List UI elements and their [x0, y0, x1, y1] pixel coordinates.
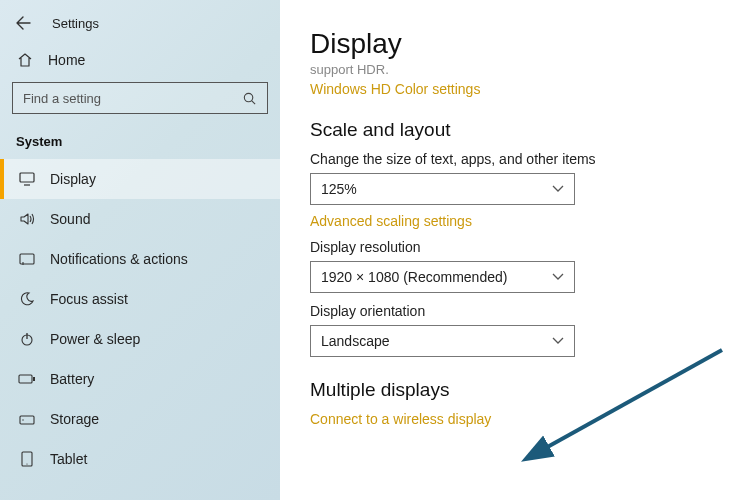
page-title: Display	[310, 28, 722, 60]
sidebar-item-power-sleep[interactable]: Power & sleep	[0, 319, 280, 359]
sidebar-item-battery[interactable]: Battery	[0, 359, 280, 399]
chevron-down-icon	[552, 185, 564, 193]
settings-app: Settings Home System Display Sound	[0, 0, 750, 500]
home-label: Home	[48, 52, 85, 68]
hd-color-link[interactable]: Windows HD Color settings	[310, 81, 722, 97]
annotation-arrow-icon	[512, 346, 732, 466]
orientation-select[interactable]: Landscape	[310, 325, 575, 357]
power-icon	[18, 331, 36, 347]
svg-rect-6	[20, 416, 34, 424]
notifications-icon	[18, 252, 36, 266]
scale-value: 125%	[321, 181, 357, 197]
search-input-container[interactable]	[12, 82, 268, 114]
svg-rect-5	[33, 377, 35, 381]
section-label-system: System	[0, 128, 280, 159]
sidebar-item-label: Storage	[50, 411, 99, 427]
sound-icon	[18, 212, 36, 226]
app-title: Settings	[52, 16, 99, 31]
scale-select[interactable]: 125%	[310, 173, 575, 205]
sidebar-item-sound[interactable]: Sound	[0, 199, 280, 239]
svg-point-7	[22, 419, 23, 420]
svg-rect-4	[19, 375, 32, 383]
sidebar-item-display[interactable]: Display	[0, 159, 280, 199]
home-button[interactable]: Home	[0, 42, 280, 78]
sidebar-item-storage[interactable]: Storage	[0, 399, 280, 439]
svg-rect-2	[20, 254, 34, 264]
svg-point-9	[26, 463, 27, 464]
orientation-label: Display orientation	[310, 303, 722, 319]
display-icon	[18, 172, 36, 186]
main-content: Display support HDR. Windows HD Color se…	[280, 0, 750, 500]
sidebar-item-label: Notifications & actions	[50, 251, 188, 267]
sidebar-item-label: Battery	[50, 371, 94, 387]
resolution-value: 1920 × 1080 (Recommended)	[321, 269, 507, 285]
search-icon	[242, 91, 257, 106]
sidebar-item-tablet[interactable]: Tablet	[0, 439, 280, 479]
resolution-select[interactable]: 1920 × 1080 (Recommended)	[310, 261, 575, 293]
sidebar-item-label: Power & sleep	[50, 331, 140, 347]
advanced-scaling-link[interactable]: Advanced scaling settings	[310, 213, 722, 229]
section-scale-layout: Scale and layout	[310, 119, 722, 141]
sidebar-item-label: Display	[50, 171, 96, 187]
search-input[interactable]	[23, 91, 242, 106]
home-icon	[16, 52, 34, 68]
topbar: Settings	[0, 8, 280, 42]
chevron-down-icon	[552, 273, 564, 281]
battery-icon	[18, 373, 36, 385]
storage-icon	[18, 412, 36, 426]
back-icon[interactable]	[14, 14, 32, 32]
orientation-value: Landscape	[321, 333, 390, 349]
wireless-display-link[interactable]: Connect to a wireless display	[310, 411, 722, 427]
sidebar-item-label: Focus assist	[50, 291, 128, 307]
sidebar-item-focus-assist[interactable]: Focus assist	[0, 279, 280, 319]
section-multiple-displays: Multiple displays	[310, 379, 722, 401]
tablet-icon	[18, 451, 36, 467]
chevron-down-icon	[552, 337, 564, 345]
hdr-subtext: support HDR.	[310, 62, 722, 77]
svg-point-0	[244, 93, 252, 101]
sidebar: Settings Home System Display Sound	[0, 0, 280, 500]
svg-rect-1	[20, 173, 34, 182]
sidebar-item-notifications[interactable]: Notifications & actions	[0, 239, 280, 279]
sidebar-item-label: Sound	[50, 211, 90, 227]
sidebar-item-label: Tablet	[50, 451, 87, 467]
focus-assist-icon	[18, 291, 36, 307]
resolution-label: Display resolution	[310, 239, 722, 255]
scale-label: Change the size of text, apps, and other…	[310, 151, 722, 167]
